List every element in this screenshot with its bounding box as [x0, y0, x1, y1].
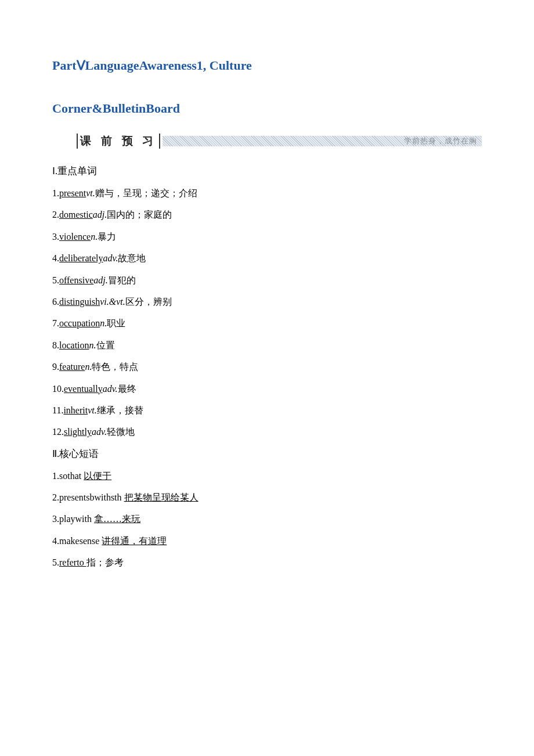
entry-definition: 继承，接替 [97, 405, 143, 415]
preview-label: 课 前 预 习 [77, 134, 160, 149]
vocab-entry: 5.offensiveadj.冒犯的 [52, 274, 482, 287]
vocab-entry: 1.presentvt.赠与，呈现；递交；介绍 [52, 187, 482, 200]
entry-definition: 位置 [96, 340, 115, 350]
phrase-entry: 4.makesense 讲得通，有道理 [52, 535, 482, 548]
entry-definition: 讲得通，有道理 [102, 536, 167, 546]
entry-number: 3. [52, 514, 59, 524]
vocab-entry: 11.inheritvt.继承，接替 [52, 404, 482, 417]
entry-word: present [59, 188, 86, 198]
vocab-entry: 12.slightlyadv.轻微地 [52, 426, 482, 438]
entry-definition: 轻微地 [107, 427, 135, 437]
entry-pos: n. [100, 318, 107, 328]
entry-phrase: playwith [59, 514, 94, 524]
entry-definition: 故意地 [118, 253, 146, 263]
entry-definition: 冒犯的 [108, 275, 136, 285]
entry-definition: 把某物呈现给某人 [124, 492, 199, 502]
entry-definition: 赠与，呈现；递交；介绍 [95, 188, 197, 198]
entry-number: 8. [52, 340, 59, 350]
vocab-entry: 3.violencen.暴力 [52, 231, 482, 243]
phrase-entry: 1.sothat 以便于 [52, 470, 482, 483]
phrase-list: 1.sothat 以便于2.presentsbwithsth 把某物呈现给某人3… [52, 470, 482, 570]
entry-phrase: referto [59, 557, 86, 567]
entry-phrase: sothat [59, 471, 84, 481]
entry-phrase: presentsbwithsth [59, 492, 124, 502]
phrase-entry: 5.referto 指；参考 [52, 556, 482, 569]
entry-pos: adj. [93, 210, 107, 219]
phrase-entry: 2.presentsbwithsth 把某物呈现给某人 [52, 491, 482, 504]
entry-word: offensive [59, 275, 93, 285]
entry-number: 5. [52, 275, 59, 285]
entry-pos: adv. [92, 427, 107, 437]
entry-pos: adv. [103, 384, 118, 394]
entry-definition: 拿……来玩 [94, 514, 140, 524]
entry-pos: n. [89, 340, 96, 350]
entry-pos: vt. [86, 188, 95, 198]
entry-pos: vi.&vt. [100, 297, 125, 307]
entry-pos: vt. [88, 405, 97, 415]
entry-number: 1. [52, 188, 59, 198]
entry-number: 11. [52, 405, 63, 415]
phrase-entry: 3.playwith 拿……来玩 [52, 513, 482, 525]
entry-pos: n. [85, 362, 92, 372]
entry-number: 7. [52, 318, 59, 328]
entry-definition: 区分，辨别 [125, 297, 172, 307]
entry-number: 2. [52, 492, 59, 502]
entry-number: 1. [52, 471, 59, 481]
entry-number: 9. [52, 362, 59, 372]
entry-definition: 特色，特点 [92, 362, 138, 372]
section-1-heading: Ⅰ.重点单词 [52, 165, 482, 178]
entry-number: 6. [52, 297, 59, 307]
entry-definition: 暴力 [98, 232, 116, 242]
entry-word: eventually [64, 384, 103, 394]
entry-word: inherit [63, 405, 88, 415]
page-subtitle: Corner&BulletinBoard [52, 101, 482, 116]
entry-number: 4. [52, 536, 59, 546]
preview-hatch: 学前热身，成竹在胸 [163, 136, 482, 146]
entry-definition: 最终 [118, 384, 136, 394]
entry-phrase: makesense [59, 536, 102, 546]
entry-word: occupation [59, 318, 100, 328]
entry-definition: 职业 [107, 318, 125, 328]
entry-word: domestic [59, 210, 93, 219]
entry-number: 3. [52, 232, 59, 242]
entry-pos: n. [91, 232, 98, 242]
entry-word: slightly [64, 427, 92, 437]
vocab-entry: 4.deliberatelyadv.故意地 [52, 252, 482, 265]
vocab-list: 1.presentvt.赠与，呈现；递交；介绍2.domesticadj.国内的… [52, 187, 482, 439]
vocab-entry: 6.distinguishvi.&vt.区分，辨别 [52, 296, 482, 308]
entry-word: deliberately [59, 253, 103, 263]
preview-bar: 课 前 预 习 学前热身，成竹在胸 [77, 134, 482, 149]
entry-number: 10. [52, 384, 64, 394]
vocab-entry: 2.domesticadj.国内的；家庭的 [52, 208, 482, 221]
entry-definition: 国内的；家庭的 [107, 210, 172, 219]
section-2-heading: Ⅱ.核心短语 [52, 448, 482, 460]
entry-word: violence [59, 232, 91, 242]
vocab-entry: 8.locationn.位置 [52, 339, 482, 352]
entry-definition: 以便于 [84, 471, 111, 481]
entry-word: location [59, 340, 89, 350]
preview-note: 学前热身，成竹在胸 [404, 136, 477, 146]
entry-word: distinguish [59, 297, 100, 307]
entry-pos: adj. [93, 275, 107, 285]
page-title: PartⅤLanguageAwareness1, Culture [52, 58, 482, 73]
vocab-entry: 9.featuren.特色，特点 [52, 361, 482, 373]
entry-word: feature [59, 362, 85, 372]
vocab-entry: 7.occupationn.职业 [52, 317, 482, 330]
entry-pos: adv. [103, 253, 118, 263]
entry-definition: 指；参考 [86, 557, 124, 567]
entry-number: 5. [52, 557, 59, 567]
entry-number: 4. [52, 253, 59, 263]
vocab-entry: 10.eventuallyadv.最终 [52, 383, 482, 395]
entry-number: 2. [52, 210, 59, 219]
entry-number: 12. [52, 427, 64, 437]
